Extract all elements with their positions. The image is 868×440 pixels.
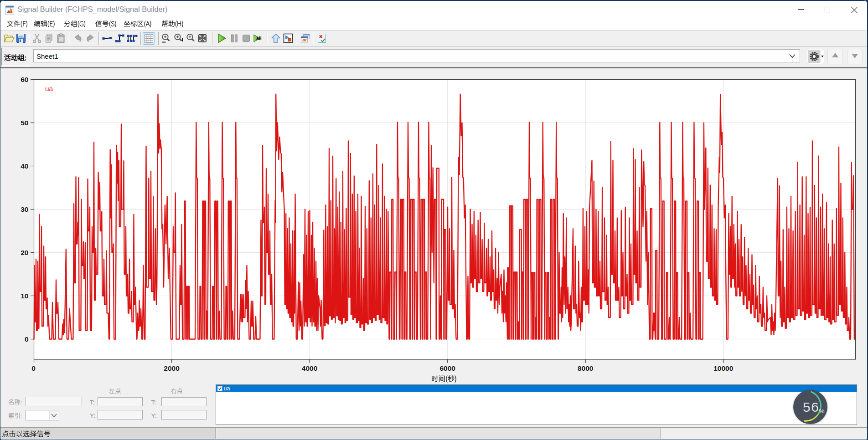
svg-text:56: 56 [803,399,819,414]
svg-text:8000: 8000 [578,364,593,372]
svg-text:6000: 6000 [439,364,455,372]
svg-text:all: all [256,36,262,41]
svg-text:%: % [819,408,825,414]
svg-text:4000: 4000 [302,364,317,372]
svg-text:10000: 10000 [713,364,733,372]
